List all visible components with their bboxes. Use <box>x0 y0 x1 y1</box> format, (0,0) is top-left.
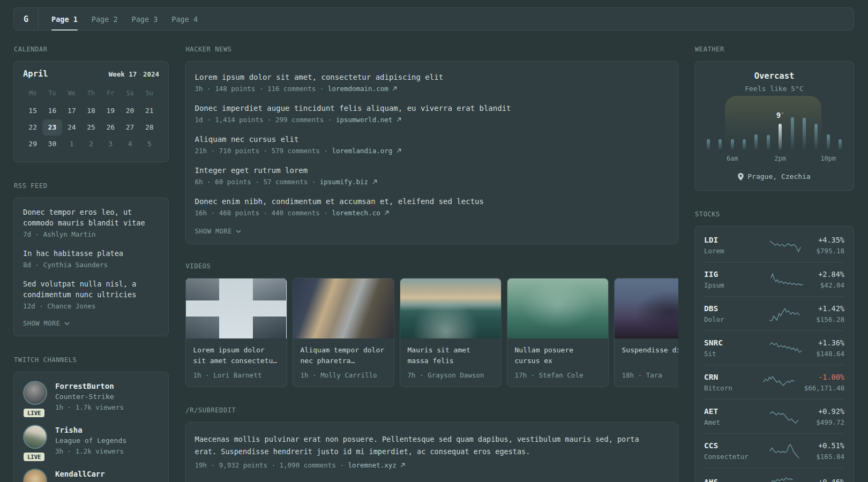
rss-show-more-button[interactable]: SHOW MORE <box>23 320 159 327</box>
post-title[interactable]: Maecenas mollis pulvinar erat non posuer… <box>195 433 640 458</box>
video-card[interactable]: Lorem ipsum dolor sit amet consectetu… 1… <box>185 278 287 387</box>
video-card[interactable]: Suspendisse diam 18h · Tara <box>614 278 678 387</box>
twitch-channel[interactable]: LIVE ForrestBurton Counter-Strike 1h · 1… <box>23 381 159 413</box>
channel-name[interactable]: Trisha <box>55 425 126 435</box>
stock-symbol: DBS <box>704 304 755 313</box>
avatar <box>23 381 47 405</box>
news-title[interactable]: Donec imperdiet augue tincidunt felis al… <box>195 103 669 113</box>
rss-item-meta: 12d · Chance Jones <box>23 302 159 310</box>
external-link-icon <box>396 148 401 153</box>
video-thumbnail <box>507 278 608 338</box>
tab-page-2[interactable]: Page 2 <box>92 8 118 30</box>
live-badge: LIVE <box>24 409 44 417</box>
app-logo[interactable]: G <box>14 8 39 30</box>
video-thumbnail <box>615 278 678 338</box>
page: G Page 1 Page 2 Page 3 Page 4 CALENDAR A… <box>0 0 868 482</box>
rss-item-meta: 7d · Ashlyn Martin <box>23 230 159 238</box>
stock-row[interactable]: LDI Lorem +4.35% $795.18 <box>704 228 844 262</box>
stock-symbol: AHS <box>704 477 755 482</box>
calendar-day-outside: 4 <box>120 136 139 152</box>
calendar-day: 18 <box>81 103 101 119</box>
news-item: Donec enim nibh, condimentum et accumsan… <box>195 197 669 217</box>
news-meta: 3h · 148 points · 116 comments · loremdo… <box>195 85 669 93</box>
video-card[interactable]: Nullam posuere cursus ex 17h · Stefan Co… <box>507 278 609 387</box>
stock-price: $795.18 <box>816 247 844 255</box>
calendar-card: April Week 17·2024 Mo Tu We Th Fr Sa Su … <box>13 61 169 162</box>
weather-bar <box>719 139 722 150</box>
rss-item-title[interactable]: Donec tempor eros leo, ut commodo mauris… <box>23 207 159 228</box>
news-title[interactable]: Integer eget rutrum lorem <box>195 165 669 175</box>
weather-bar <box>707 139 710 150</box>
calendar-label: CALENDAR <box>14 46 169 53</box>
tab-page-3[interactable]: Page 3 <box>132 8 158 30</box>
news-domain-link[interactable]: ipsumify.biz <box>320 178 368 186</box>
calendar-day: 25 <box>81 119 101 135</box>
stock-row[interactable]: CCS Consectetur +0.51% $165.84 <box>704 433 844 468</box>
rss-item: In hac habitasse platea 8d · Cynthia Sau… <box>23 248 159 269</box>
channel-meta: 1h · 1.7k viewers <box>55 402 124 413</box>
stock-row[interactable]: SNRC Sit +1.36% $148.64 <box>704 330 844 365</box>
news-title[interactable]: Aliquam nec cursus elit <box>195 134 669 144</box>
stock-change: +0.46% <box>818 477 844 482</box>
hn-show-more-button[interactable]: SHOW MORE <box>195 228 669 235</box>
stock-row[interactable]: IIG Ipsum +2.84% $42.04 <box>704 262 844 296</box>
channel-meta: 3h · 1.2k viewers <box>55 446 126 457</box>
twitch-widget: TWITCH CHANNELS LIVE ForrestBurton Count… <box>13 356 169 482</box>
news-domain-link[interactable]: loremlandia.org <box>332 147 392 155</box>
news-domain-link[interactable]: loremtech.co <box>332 209 380 217</box>
calendar-day: 29 <box>23 136 42 152</box>
location-pin-icon <box>738 173 744 180</box>
twitch-channel[interactable]: KendallCarr <box>23 469 159 482</box>
news-item: Integer eget rutrum lorem 6h · 60 points… <box>195 165 669 186</box>
rss-item-title[interactable]: In hac habitasse platea <box>23 248 159 259</box>
stock-price: $66,171.48 <box>804 384 844 392</box>
calendar-day: 16 <box>42 103 62 119</box>
news-title[interactable]: Lorem ipsum dolor sit amet, consectetur … <box>195 72 669 82</box>
stock-name: Lorem <box>704 247 755 255</box>
video-card[interactable]: Mauris sit amet massa felis 7h · Grayson… <box>400 278 502 387</box>
calendar-day: 19 <box>101 103 120 119</box>
video-title: Aliquam tempor dolor nec pharetra… <box>301 345 386 366</box>
tab-page-1[interactable]: Page 1 <box>51 8 78 30</box>
news-domain-link[interactable]: loremdomain.com <box>328 85 388 93</box>
twitch-channel[interactable]: LIVE Trisha League of Legends 3h · 1.2k … <box>23 425 159 457</box>
sparkline-chart <box>769 306 803 322</box>
stock-change: +0.51% <box>816 441 844 450</box>
rss-item-title[interactable]: Sed volutpat nulla nisl, a condimentum n… <box>23 278 159 300</box>
sparkline-chart <box>769 443 803 459</box>
video-thumbnail <box>186 278 287 338</box>
channel-name[interactable]: KendallCarr <box>55 469 105 479</box>
calendar-day: 15 <box>23 103 42 119</box>
video-card[interactable]: Aliquam tempor dolor nec pharetra… 1h · … <box>293 278 394 387</box>
stock-row[interactable]: AHS +0.46% <box>704 468 844 482</box>
hacker-news-label: HACKER NEWS <box>186 46 678 53</box>
stock-symbol: CCS <box>704 441 755 450</box>
video-meta: 17h · Stefan Cole <box>515 371 601 379</box>
stock-name: Consectetur <box>704 453 755 461</box>
calendar-month: April <box>23 69 48 79</box>
stock-symbol: IIG <box>704 269 755 279</box>
weather-bar <box>754 134 758 150</box>
stock-name: Dolor <box>704 315 755 323</box>
videos-widget: VIDEOS Lorem ipsum dolor sit amet consec… <box>185 262 678 387</box>
stock-change-negative: -1.00% <box>804 372 844 382</box>
news-meta: 21h · 710 points · 579 comments · loreml… <box>195 147 669 155</box>
news-title[interactable]: Donec enim nibh, condimentum et accumsan… <box>195 197 669 206</box>
stock-row[interactable]: AET Amet +0.92% $499.72 <box>704 399 844 433</box>
weather-bar-current <box>779 124 782 150</box>
stock-row[interactable]: DBS Dolor +1.42% $156.28 <box>704 296 844 330</box>
stocks-label: STOCKS <box>695 210 854 218</box>
news-domain-link[interactable]: ipsumworld.net <box>336 116 392 124</box>
tab-page-4[interactable]: Page 4 <box>171 8 198 30</box>
hacker-news-card: Lorem ipsum dolor sit amet, consectetur … <box>185 61 678 244</box>
calendar-day-outside: 3 <box>101 136 120 152</box>
channel-name[interactable]: ForrestBurton <box>55 381 124 391</box>
calendar-day-selected: 23 <box>42 119 62 135</box>
rss-card: Donec tempor eros leo, ut commodo mauris… <box>13 198 169 336</box>
stock-row[interactable]: CRN Bitcorn -1.00% $66,171.48 <box>704 365 844 399</box>
stock-change: +2.84% <box>818 269 844 279</box>
post-domain-link[interactable]: loremnet.xyz <box>348 461 396 469</box>
calendar-day-outside: 5 <box>140 136 159 152</box>
videos-carousel[interactable]: Lorem ipsum dolor sit amet consectetu… 1… <box>185 278 678 387</box>
video-title: Mauris sit amet massa felis <box>408 345 493 366</box>
